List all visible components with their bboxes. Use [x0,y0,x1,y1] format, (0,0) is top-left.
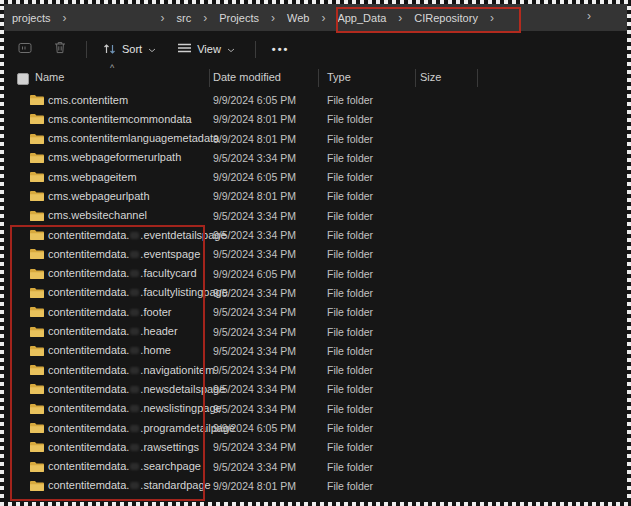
chevron-right-icon[interactable]: › [63,12,67,24]
table-row[interactable]: contentitemdata..newsdetailspage9/5/2024… [4,379,627,398]
delete-button[interactable] [50,39,70,59]
view-button[interactable]: View [174,41,239,57]
list-header: Name ^ Date modified Type Size [4,67,627,89]
file-name-prefix: contentitemdata. [48,248,129,260]
table-row[interactable]: contentitemdata..programdetailpage9/9/20… [4,418,627,437]
file-name: contentitemdata..eventdetailspage [48,229,227,241]
folder-icon [30,306,44,317]
see-more-button[interactable]: ••• [268,41,294,57]
column-header-date-modified[interactable]: Date modified [213,71,281,83]
date-modified-cell: 9/5/2024 3:34 PM [213,345,296,357]
file-name-suffix: .navigationitem [140,364,214,376]
date-modified-cell: 9/9/2024 6:05 PM [213,171,296,183]
file-name-prefix: contentitemdata. [48,229,129,241]
breadcrumb-item-app-data[interactable]: App_Data [337,12,386,24]
folder-icon [30,422,44,433]
rename-button[interactable] [14,40,36,59]
chevron-right-icon[interactable]: › [271,12,275,24]
table-row[interactable]: cms.contentitemlanguagemetadata9/9/2024 … [4,129,627,148]
table-row[interactable]: contentitemdata..searchpage9/5/2024 3:34… [4,457,627,476]
type-cell: File folder [327,306,373,318]
date-modified-cell: 9/9/2024 8:01 PM [213,480,296,492]
breadcrumb-item-web[interactable]: Web [287,12,309,24]
table-row[interactable]: cms.webpageformerurlpath9/5/2024 3:34 PM… [4,148,627,167]
table-row[interactable]: contentitemdata..footer9/5/2024 3:34 PMF… [4,302,627,321]
sort-label: Sort [122,43,142,55]
date-modified-cell: 9/9/2024 8:01 PM [213,113,296,125]
folder-icon [30,210,44,221]
type-cell: File folder [327,94,373,106]
table-row[interactable]: cms.websitechannel9/5/2024 3:34 PMFile f… [4,206,627,225]
table-row[interactable]: contentitemdata..eventspage9/5/2024 3:34… [4,244,627,263]
file-name: cms.contentitemlanguagemetadata [48,132,219,144]
file-name-prefix: contentitemdata. [48,402,129,414]
table-row[interactable]: contentitemdata..facultylistingpage9/5/2… [4,283,627,302]
redacted-blur [130,289,139,296]
table-row[interactable]: contentitemdata..navigationitem9/5/2024 … [4,360,627,379]
redacted-blur [130,347,139,354]
column-divider[interactable] [209,69,210,87]
date-modified-cell: 9/5/2024 3:34 PM [213,210,296,222]
table-row[interactable]: contentitemdata..newslistingpage9/5/2024… [4,399,627,418]
table-row[interactable]: cms.contentitemcommondata9/9/2024 8:01 P… [4,109,627,128]
breadcrumb-item-src[interactable]: src [177,12,192,24]
folder-icon [30,364,44,375]
date-modified-cell: 9/9/2024 8:01 PM [213,190,296,202]
sort-button[interactable]: Sort [99,41,160,57]
select-all-checkbox[interactable] [17,73,29,85]
type-cell: File folder [327,152,373,164]
file-name: cms.contentitem [48,94,128,106]
folder-icon [30,133,44,144]
type-cell: File folder [327,441,373,453]
table-row[interactable]: contentitemdata..eventdetailspage9/5/202… [4,225,627,244]
table-row[interactable]: cms.webpageitem9/9/2024 6:05 PMFile fold… [4,167,627,186]
table-row[interactable]: contentitemdata..rawsettings9/5/2024 3:3… [4,437,627,456]
toolbar-divider [86,41,87,58]
chevron-right-icon[interactable]: › [321,12,325,24]
table-row[interactable]: contentitemdata..home9/5/2024 3:34 PMFil… [4,341,627,360]
breadcrumb-redacted-gap [79,13,149,23]
table-row[interactable]: contentitemdata..facultycard9/9/2024 6:0… [4,264,627,283]
column-divider[interactable] [415,69,416,87]
file-name-suffix: .newslistingpage [140,402,221,414]
column-header-name[interactable]: Name [35,71,64,83]
table-row[interactable]: contentitemdata..standardpage9/9/2024 8:… [4,476,627,495]
redacted-blur [130,386,139,393]
view-list-icon [178,43,191,55]
chevron-right-icon[interactable]: › [398,12,402,24]
view-label: View [197,43,221,55]
file-name: contentitemdata..newslistingpage [48,402,222,414]
column-divider[interactable] [477,69,478,87]
chevron-right-icon[interactable]: › [490,12,494,24]
column-header-type[interactable]: Type [327,71,351,83]
chevron-down-icon [148,43,156,55]
date-modified-cell: 9/5/2024 3:34 PM [213,403,296,415]
file-explorer-window: projects › › src › Projects › Web › App_… [0,0,631,506]
breadcrumb-item-projects-folder[interactable]: Projects [219,12,259,24]
file-name: contentitemdata..footer [48,306,172,318]
chevron-down-icon [227,43,235,55]
table-row[interactable]: cms.webpageurlpath9/9/2024 8:01 PMFile f… [4,186,627,205]
table-row[interactable]: contentitemdata..header9/5/2024 3:34 PMF… [4,322,627,341]
date-modified-cell: 9/5/2024 3:34 PM [213,229,296,241]
type-cell: File folder [327,345,373,357]
redacted-blur [130,425,139,432]
breadcrumb-item-projects[interactable]: projects [12,12,51,24]
redacted-blur [130,251,139,258]
date-modified-cell: 9/5/2024 3:34 PM [213,287,296,299]
type-cell: File folder [327,364,373,376]
folder-icon [30,345,44,356]
trash-icon [54,41,66,57]
breadcrumb-item-cirepository[interactable]: CIRepository [414,12,478,24]
table-row[interactable]: cms.contentitem9/9/2024 6:05 PMFile fold… [4,90,627,109]
toolbar: Sort View ••• [4,31,627,67]
column-divider[interactable] [318,69,319,87]
column-header-size[interactable]: Size [420,71,441,83]
date-modified-cell: 9/5/2024 3:34 PM [213,364,296,376]
folder-icon [30,441,44,452]
chevron-right-icon[interactable]: › [587,10,591,22]
chevron-right-icon[interactable]: › [161,12,165,24]
chevron-right-icon[interactable]: › [203,12,207,24]
see-more-icon: ••• [272,43,290,55]
date-modified-cell: 9/5/2024 3:34 PM [213,383,296,395]
